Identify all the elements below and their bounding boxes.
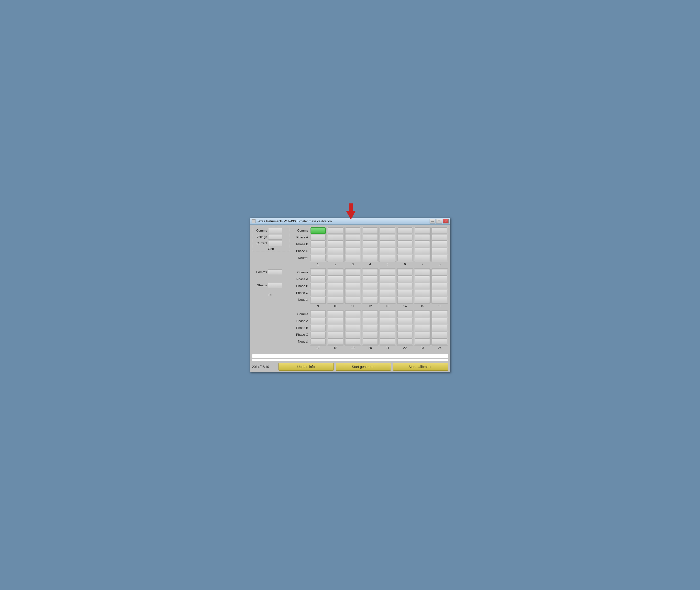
device-15-phasec[interactable] <box>415 290 430 296</box>
device-10-comms[interactable] <box>328 269 343 276</box>
device-19-phasec[interactable] <box>345 331 361 338</box>
device-9-neutral[interactable] <box>310 297 326 303</box>
device-9-phaseb[interactable] <box>310 283 326 289</box>
device-8-phasec[interactable] <box>432 248 447 254</box>
device-18-phasec[interactable] <box>328 331 343 338</box>
device-16-comms[interactable] <box>432 269 447 276</box>
device-17-phaseb[interactable] <box>310 325 326 331</box>
device-11-phasec[interactable] <box>345 290 361 296</box>
device-14-phaseb[interactable] <box>397 283 412 289</box>
device-1-phasea[interactable] <box>310 234 326 240</box>
device-5-phaseb[interactable] <box>380 241 395 248</box>
gen-current-button[interactable] <box>268 240 282 246</box>
device-14-comms[interactable] <box>397 269 412 276</box>
device-17-phasea[interactable] <box>310 318 326 324</box>
device-19-neutral[interactable] <box>345 338 361 345</box>
device-14-phasea[interactable] <box>397 276 412 282</box>
ref-steady-button[interactable] <box>268 283 282 288</box>
device-19-comms[interactable] <box>345 311 361 317</box>
device-17-phasec[interactable] <box>310 331 326 338</box>
device-24-phasec[interactable] <box>432 331 447 338</box>
device-24-comms[interactable] <box>432 311 447 317</box>
device-20-neutral[interactable] <box>363 338 378 345</box>
update-info-button[interactable]: Update info <box>279 363 334 371</box>
device-13-phaseb[interactable] <box>380 283 395 289</box>
device-4-phasea[interactable] <box>363 234 378 240</box>
device-22-comms[interactable] <box>397 311 412 317</box>
device-18-phasea[interactable] <box>328 318 343 324</box>
device-22-phasea[interactable] <box>397 318 412 324</box>
device-18-comms[interactable] <box>328 311 343 317</box>
device-20-phaseb[interactable] <box>363 325 378 331</box>
device-12-neutral[interactable] <box>363 297 378 303</box>
device-22-phasec[interactable] <box>397 331 412 338</box>
device-6-phasea[interactable] <box>397 234 412 240</box>
device-23-phasea[interactable] <box>415 318 430 324</box>
device-15-comms[interactable] <box>415 269 430 276</box>
device-9-phasea[interactable] <box>310 276 326 282</box>
device-3-phaseb[interactable] <box>345 241 361 248</box>
device-13-phasec[interactable] <box>380 290 395 296</box>
device-7-neutral[interactable] <box>415 255 430 261</box>
device-11-phaseb[interactable] <box>345 283 361 289</box>
device-7-phasec[interactable] <box>415 248 430 254</box>
device-15-neutral[interactable] <box>415 297 430 303</box>
device-12-phasec[interactable] <box>363 290 378 296</box>
device-2-phasea[interactable] <box>328 234 343 240</box>
device-4-phasec[interactable] <box>363 248 378 254</box>
minimize-button[interactable]: — <box>429 219 435 223</box>
device-6-comms[interactable] <box>397 227 412 234</box>
device-17-neutral[interactable] <box>310 338 326 345</box>
device-3-phasec[interactable] <box>345 248 361 254</box>
device-21-comms[interactable] <box>380 311 395 317</box>
close-button[interactable]: ✕ <box>443 219 448 223</box>
device-15-phasea[interactable] <box>415 276 430 282</box>
device-2-phasec[interactable] <box>328 248 343 254</box>
device-8-phaseb[interactable] <box>432 241 447 248</box>
device-13-comms[interactable] <box>380 269 395 276</box>
device-16-phaseb[interactable] <box>432 283 447 289</box>
ref-comms-button[interactable] <box>268 270 282 275</box>
device-11-comms[interactable] <box>345 269 361 276</box>
device-3-neutral[interactable] <box>345 255 361 261</box>
device-11-neutral[interactable] <box>345 297 361 303</box>
start-generator-button[interactable]: Start generator <box>336 363 391 371</box>
device-1-phasec[interactable] <box>310 248 326 254</box>
device-10-phasec[interactable] <box>328 290 343 296</box>
device-5-phasea[interactable] <box>380 234 395 240</box>
device-20-phasea[interactable] <box>363 318 378 324</box>
device-21-neutral[interactable] <box>380 338 395 345</box>
device-10-phasea[interactable] <box>328 276 343 282</box>
device-4-neutral[interactable] <box>363 255 378 261</box>
device-4-comms[interactable] <box>363 227 378 234</box>
device-7-phasea[interactable] <box>415 234 430 240</box>
device-13-phasea[interactable] <box>380 276 395 282</box>
device-10-phaseb[interactable] <box>328 283 343 289</box>
device-24-phaseb[interactable] <box>432 325 447 331</box>
device-18-neutral[interactable] <box>328 338 343 345</box>
device-2-phaseb[interactable] <box>328 241 343 248</box>
maximize-button[interactable]: □ <box>436 219 442 223</box>
device-24-neutral[interactable] <box>432 338 447 345</box>
device-5-neutral[interactable] <box>380 255 395 261</box>
device-8-phasea[interactable] <box>432 234 447 240</box>
device-12-phasea[interactable] <box>363 276 378 282</box>
device-19-phaseb[interactable] <box>345 325 361 331</box>
device-21-phasec[interactable] <box>380 331 395 338</box>
device-1-neutral[interactable] <box>310 255 326 261</box>
device-24-phasea[interactable] <box>432 318 447 324</box>
device-11-phasea[interactable] <box>345 276 361 282</box>
gen-comms-button[interactable] <box>268 228 282 233</box>
device-8-comms[interactable] <box>432 227 447 234</box>
device-12-comms[interactable] <box>363 269 378 276</box>
device-10-neutral[interactable] <box>328 297 343 303</box>
device-8-neutral[interactable] <box>432 255 447 261</box>
device-1-comms[interactable] <box>310 227 326 234</box>
device-5-comms[interactable] <box>380 227 395 234</box>
device-9-phasec[interactable] <box>310 290 326 296</box>
device-20-comms[interactable] <box>363 311 378 317</box>
device-13-neutral[interactable] <box>380 297 395 303</box>
device-16-neutral[interactable] <box>432 297 447 303</box>
device-19-phasea[interactable] <box>345 318 361 324</box>
device-22-neutral[interactable] <box>397 338 412 345</box>
